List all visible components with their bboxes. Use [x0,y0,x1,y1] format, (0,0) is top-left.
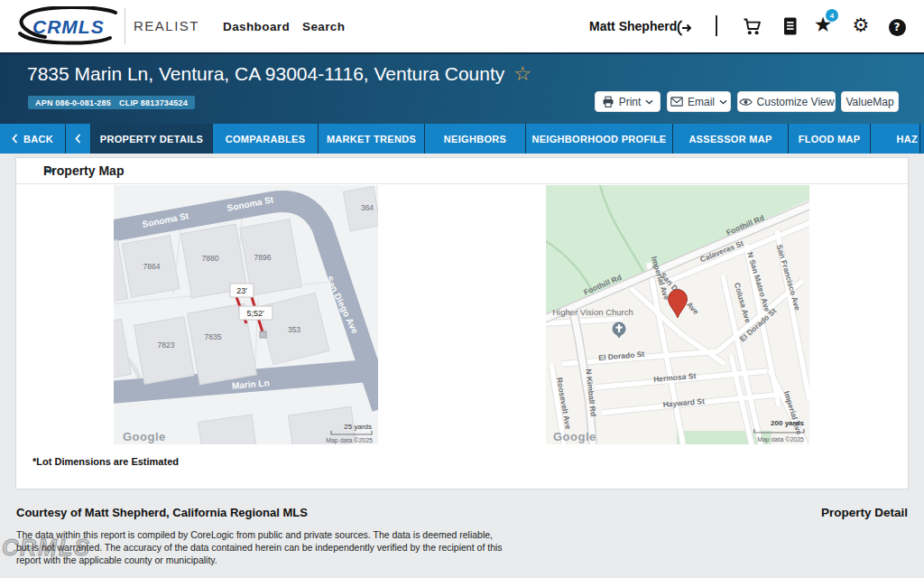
user-name[interactable]: Matt Shepherd [589,19,677,33]
tab-comparables[interactable]: COMPARABLES [213,124,318,154]
parcel-number: 364 [361,203,374,212]
valuemap-button[interactable]: ValueMap [841,91,899,112]
map-attribution: Map data ©2025 [326,437,373,444]
valuemap-label: ValueMap [845,96,893,108]
nav-search[interactable]: Search [302,20,345,33]
tab-neighbors[interactable]: NEIGHBORS [425,124,525,154]
scale-label: 200 yards [771,419,804,427]
property-map-card: Property Map [16,158,908,489]
print-label: Print [619,96,642,108]
logout-icon[interactable] [672,17,694,39]
tab-assessor-map[interactable]: ASSESSOR MAP [673,124,788,154]
document-icon[interactable] [779,15,800,37]
back-button[interactable]: BACK [0,124,65,154]
chevron-left-icon [12,134,18,144]
measurement-text: 5;52' [246,309,264,318]
measurement-label: 5;52' [239,306,273,320]
cart-icon[interactable] [742,15,763,37]
top-header: CRMLS REALIST Dashboard Search Matt Shep… [0,0,924,52]
measurement-text: 23' [236,286,247,295]
tab-market-trends[interactable]: MARKET TRENDS [319,124,424,154]
crmls-watermark: CRMLS [2,535,91,561]
tab-flood-map[interactable]: FLOOD MAP [789,124,870,154]
tab-scroll-left[interactable] [66,124,90,154]
gear-icon[interactable]: ⚙ [850,14,872,36]
parcel-number: 7880 [202,254,219,263]
nav-dashboard[interactable]: Dashboard [223,20,290,33]
printer-icon [602,96,614,108]
chevron-down-icon [719,99,727,105]
crmls-logo[interactable]: CRMLS [14,6,119,46]
favorites-badge: 4 [826,9,838,22]
tab-bar: BACK PROPERTY DETAILS COMPARABLES MARKET… [0,124,924,154]
eye-icon [739,98,753,107]
tab-hazards[interactable]: HAZ [871,124,919,154]
google-logo[interactable]: Google [553,430,596,443]
back-label: BACK [23,134,53,144]
google-logo[interactable]: Google [123,430,166,443]
parcel-number: 7823 [158,340,175,350]
scale-label: 25 yards [344,423,372,431]
tab-scroll-right[interactable] [920,124,924,154]
parcel-map[interactable]: 7864 7880 7896 364 7823 7835 353 Sonoma … [114,185,378,444]
chevron-down-icon [645,99,653,105]
email-label: Email [688,96,715,108]
customize-view-label: Customize View [757,96,835,108]
poi-church-label: Higher Vision Church [552,307,633,317]
area-map[interactable]: Foothill Rd Foothill Rd Calaveras St Imp… [546,185,809,444]
help-icon[interactable]: ? [886,16,908,38]
parcel-number: 7864 [143,262,161,271]
report-title: Property Detail [821,506,908,519]
print-button[interactable]: Print [595,91,661,112]
property-address: 7835 Marin Ln, Ventura, CA 93004-1116, V… [27,62,531,85]
app-name: REALIST [134,18,199,33]
header-pipe-divider [716,15,717,36]
parcel-number: 353 [288,325,300,334]
address-banner: 7835 Marin Ln, Ventura, CA 93004-1116, V… [0,52,924,124]
property-map-section-header[interactable]: Property Map [16,158,908,184]
favorite-star-icon[interactable]: ☆ [513,62,531,85]
tab-neighborhood-profile[interactable]: NEIGHBORHOOD PROFILE [526,124,672,154]
map-attribution: Map data ©2025 [757,436,804,443]
section-title: Property Map [43,163,124,178]
apn-badge: APN 086-0-081-285 [28,96,118,109]
email-button[interactable]: Email [667,91,731,112]
chevron-left-icon [75,134,81,144]
envelope-icon [670,97,683,107]
customize-view-button[interactable]: Customize View [737,91,836,112]
lot-dimensions-footnote: *Lot Dimensions are Estimated [32,456,179,467]
parcel-number: 7835 [205,332,222,341]
crmls-logo-text: CRMLS [32,16,105,37]
parcel-number: 7896 [254,253,272,262]
header-divider [125,8,125,44]
clip-badge: CLIP 8813734524 [112,96,195,109]
courtesy-line: Courtesy of Matt Shepherd, California Re… [16,506,308,519]
tab-property-details[interactable]: PROPERTY DETAILS [91,124,212,154]
property-address-text: 7835 Marin Ln, Ventura, CA 93004-1116, V… [27,63,504,84]
measurement-label: 23' [230,284,254,297]
